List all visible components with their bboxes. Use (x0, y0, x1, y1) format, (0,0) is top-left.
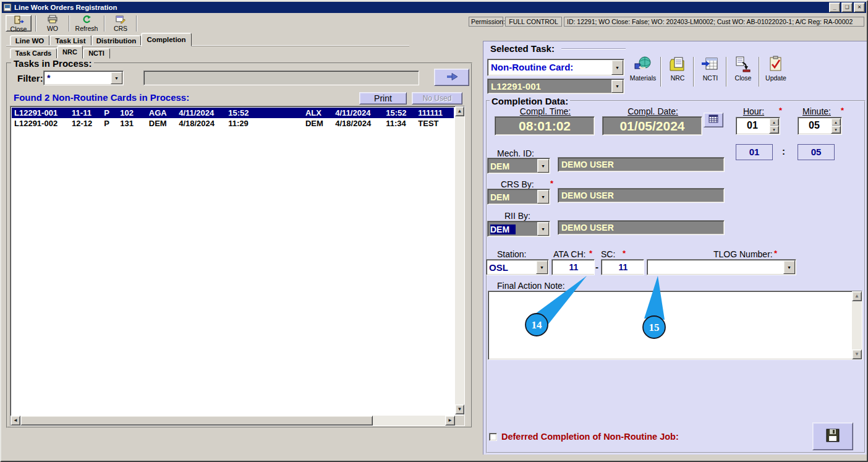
chevron-down-icon[interactable]: ▼ (783, 260, 795, 274)
crs-by-combobox[interactable]: DEM ▼ (487, 189, 550, 205)
apply-filter-button[interactable] (434, 69, 469, 86)
mech-id-label: Mech. ID: (497, 148, 534, 158)
ata-ch-input[interactable] (553, 260, 595, 274)
nrc-button[interactable]: NRC (663, 56, 692, 88)
tab-completion[interactable]: Completion (141, 33, 192, 46)
print-button[interactable]: Print (359, 92, 407, 105)
chevron-down-icon[interactable]: ▼ (537, 159, 549, 173)
mech-id-combobox[interactable]: DEM ▼ (487, 158, 550, 174)
chevron-down-icon[interactable]: ▼ (611, 60, 623, 75)
calendar-icon (708, 114, 718, 126)
tab-task-cards[interactable]: Task Cards (10, 48, 57, 59)
scroll-up-icon[interactable]: ▲ (852, 291, 862, 301)
hour-value: 01 (736, 120, 768, 131)
update-button[interactable]: Update (761, 56, 791, 88)
crs-required-marker: * (550, 179, 553, 188)
table-row[interactable]: L12291-001 11-11 P 102 AGA 4/11/2024 15:… (12, 108, 454, 118)
toolbar-separator (759, 57, 760, 87)
list-horizontal-scrollbar[interactable]: ◄ ► (11, 416, 455, 426)
toolbar-separator (136, 15, 137, 32)
spinner-down-icon[interactable]: ▼ (769, 126, 779, 134)
tab-nrc[interactable]: NRC (57, 46, 83, 59)
task-card-combobox[interactable]: L12291-001 ▼ (487, 79, 624, 94)
save-button[interactable] (812, 422, 853, 450)
station-combobox[interactable]: OSL ▼ (486, 259, 549, 275)
toolbar-separator (660, 57, 662, 87)
ata-sc-separator: - (595, 262, 598, 272)
task-type-value: Non-Routine Card: (491, 62, 573, 72)
task-list: L12291-001 11-11 P 102 AGA 4/11/2024 15:… (10, 106, 465, 426)
selected-task-group-line (561, 48, 626, 49)
close-task-button[interactable]: Close (728, 56, 758, 88)
note-vertical-scrollbar[interactable]: ▲ ▼ (852, 291, 862, 359)
mech-name-field: DEMO USER (558, 157, 725, 172)
calendar-button[interactable] (704, 113, 723, 127)
hour-spinner[interactable]: 01 ▲ ▼ (736, 117, 780, 135)
crs-document-icon (115, 15, 126, 25)
scroll-left-icon[interactable]: ◄ (11, 416, 20, 426)
minute-spinner[interactable]: 05 ▲ ▼ (798, 117, 842, 135)
toolbar-separator (693, 57, 694, 87)
scroll-down-icon[interactable]: ▼ (852, 349, 862, 359)
filter-text-field[interactable] (143, 71, 419, 85)
scroll-down-icon[interactable]: ▼ (455, 404, 464, 414)
scroll-right-icon[interactable]: ► (445, 416, 455, 426)
scrollbar-thumb[interactable] (20, 416, 373, 426)
compl-time-field: 08:01:02 (495, 116, 595, 135)
chevron-down-icon[interactable]: ▼ (537, 190, 549, 203)
tab-ncti[interactable]: NCTI (83, 48, 110, 59)
selected-task-title: Selected Task: (488, 43, 556, 54)
toolbar-separator (726, 57, 727, 87)
ata-ch-input-wrap (551, 259, 595, 275)
tlog-number-combobox[interactable]: ▼ (647, 259, 796, 275)
update-check-icon (767, 56, 785, 74)
rii-by-label: RII By: (504, 211, 530, 221)
tlog-required-marker: * (774, 249, 777, 258)
rii-by-combobox[interactable]: DEM ▼ (487, 221, 550, 237)
crs-by-label: CRS By: (501, 179, 534, 189)
time-separator: : (782, 146, 785, 156)
tasks-group-title: Tasks in Process: (11, 58, 94, 69)
minimize-button[interactable]: _ (829, 2, 840, 12)
toolbar-separator (69, 15, 70, 32)
deferred-checkbox[interactable] (489, 433, 497, 441)
toolbar-wo-button[interactable]: WO (40, 15, 66, 32)
sc-input[interactable] (602, 260, 644, 274)
materials-globe-icon (634, 56, 652, 74)
refresh-icon (81, 15, 92, 25)
title-bar: Line Work Orders Registration _ ❏ ✕ (2, 2, 866, 13)
filter-label: Filter: (17, 73, 43, 83)
toolbar-separator (35, 15, 36, 32)
final-action-note-input[interactable]: ▲ ▼ (488, 291, 862, 360)
deferred-label: Deferred Completion of Non-Routine Job: (501, 432, 679, 442)
table-row[interactable]: L12291-002 12-12 P 131 DEM 4/18/2024 11:… (12, 118, 454, 129)
hour-display: 01 (736, 144, 773, 160)
task-type-combobox[interactable]: Non-Routine Card: ▼ (487, 59, 624, 76)
spinner-down-icon[interactable]: ▼ (831, 126, 841, 134)
printer-icon (47, 15, 58, 25)
chevron-down-icon[interactable]: ▼ (537, 222, 549, 236)
sc-label: SC: (601, 249, 615, 259)
minute-label: Minute: (798, 106, 836, 116)
compl-date-label: Compl. Date: (603, 106, 702, 116)
hour-label: Hour: (736, 106, 772, 116)
close-window-button[interactable]: ✕ (854, 2, 865, 12)
restore-button[interactable]: ❏ (841, 2, 853, 12)
chevron-down-icon[interactable]: ▼ (611, 80, 623, 93)
list-vertical-scrollbar[interactable]: ▲ ▼ (455, 106, 464, 414)
task-card-value: L12291-001 (491, 81, 541, 92)
ncti-button[interactable]: NCTI (696, 56, 725, 88)
toolbar-refresh-button[interactable]: Refresh (72, 15, 101, 32)
scroll-up-icon[interactable]: ▲ (455, 106, 464, 116)
chevron-down-icon[interactable]: ▼ (111, 72, 122, 84)
materials-button[interactable]: Materials (627, 56, 659, 88)
toolbar-crs-button[interactable]: CRS (108, 15, 134, 32)
completion-group-title: Completion Data: (490, 96, 570, 106)
crs-name-field: DEMO USER (558, 188, 725, 203)
chevron-down-icon[interactable]: ▼ (536, 260, 548, 274)
filter-combobox[interactable]: * ▼ (43, 71, 124, 85)
toolbar-close-button[interactable]: Close (6, 15, 32, 32)
close-task-icon (734, 56, 752, 74)
minute-required-marker: * (841, 106, 844, 115)
nrc-folder-icon (668, 56, 687, 74)
